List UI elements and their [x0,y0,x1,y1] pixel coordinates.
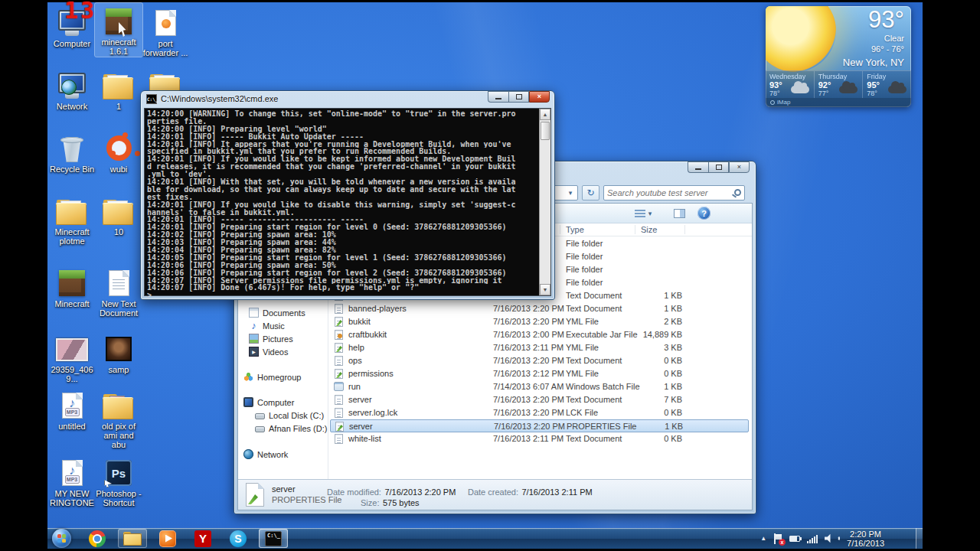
refresh-button[interactable]: ↻ [582,185,599,201]
minimize-button[interactable] [688,161,708,173]
minimize-button[interactable] [488,91,508,103]
console-line: 14:20:01 [INFO] If you would like to be … [147,155,537,163]
close-button[interactable]: × [729,161,750,173]
sidebar-item-local-disk-c[interactable]: Local Disk (C:) [238,409,328,422]
maximize-button[interactable] [708,161,729,173]
sidebar-item-computer[interactable]: Computer [238,396,328,409]
storm-cloud-icon [839,86,858,93]
file-row-server-properties-selected[interactable]: server7/16/2013 2:20 PMPROPERTIES File1 … [330,419,749,432]
forecast-day[interactable]: Wednesday 93° 78° [766,71,815,98]
file-row-help[interactable]: help7/16/2013 2:11 PMYML File3 KB [330,341,749,354]
desktop-icon-folder-10[interactable]: 10 [95,193,142,237]
file-row-white-list[interactable]: white-list7/16/2013 2:11 PMText Document… [330,432,749,445]
taskbar-chrome[interactable] [83,529,112,548]
weather-gadget[interactable]: 93° Clear 96° - 76° New York, NY Wednesd… [766,6,911,107]
system-tray: ▲ x 2:20 PM 7/16/2013 [760,528,884,549]
chevron-down-icon[interactable]: ▾ [565,187,576,198]
preview-pane-button[interactable] [672,207,686,220]
icon-label: samp [96,365,142,374]
action-center-icon[interactable]: x [773,533,782,544]
sidebar-item-videos[interactable]: ▶Videos [238,345,328,358]
sidebar-item-documents[interactable]: Documents [238,306,328,319]
column-header-type[interactable]: Type [566,225,584,234]
text-document-icon [109,270,129,296]
help-button[interactable]: ? [697,207,710,220]
start-button[interactable] [52,529,71,548]
desktop-icon-minecraft[interactable]: Minecraft [48,265,96,309]
search-input[interactable] [607,187,729,199]
network-signal-icon[interactable] [807,534,818,543]
sidebar-item-afnan-files-d[interactable]: Afnan Files (D:) [238,422,328,435]
sidebar-item-pictures[interactable]: Pictures [238,332,328,345]
sidebar-item-network[interactable]: Network [238,448,328,461]
battery-icon[interactable] [789,536,800,542]
maximize-button[interactable] [508,91,529,103]
taskbar-yahoo[interactable]: Y [188,529,217,548]
forecast-day[interactable]: Thursday 92° 77° [815,71,864,98]
file-row-run[interactable]: run7/14/2013 6:07 AMWindows Batch File1 … [330,380,749,393]
volume-icon[interactable] [825,534,834,543]
desktop-icon-recycle-bin[interactable]: Recycle Bin [48,130,96,174]
documents-icon [249,308,259,318]
scroll-down-icon[interactable]: ▼ [540,284,550,295]
desktop-icon-minecraft-161[interactable]: minecraft 1.6.1 [95,3,142,57]
scroll-up-icon[interactable]: ▲ [540,109,550,120]
icon-label: Recycle Bin [49,165,95,174]
file-row-ops[interactable]: ops7/16/2013 2:20 PMText Document0 KB [330,354,749,367]
desktop-icon-folder-1[interactable]: 1 [95,67,142,112]
desktop-icon-port-forwarder[interactable]: port forwarder ... [142,5,189,58]
cmd-icon: C:\_ [265,531,282,546]
computer-icon [243,397,253,407]
taskbar-clock[interactable]: 2:20 PM 7/16/2013 [847,530,884,548]
desktop-icon-new-text-document[interactable]: New Text Document [95,265,142,318]
desktop-icon-network[interactable]: Network [48,67,96,112]
desktop-icon-my-new-ringtone[interactable]: ♪MP3 MY NEW RINGTONE [48,455,96,508]
console-line: 14:20:01 [INFO] ----- Bukkit Auto Update… [147,133,537,141]
taskbar-cmd[interactable]: C:\_ [259,529,288,548]
music-note-icon: ♪ [249,321,259,331]
icon-label: wubi [96,165,142,174]
views-button[interactable]: ▾ [629,207,657,220]
yml-file-icon [335,343,343,353]
taskbar-explorer[interactable] [118,529,147,548]
show-hidden-icons-button[interactable]: ▲ [760,535,766,542]
cmd-window[interactable]: C:\_ C:\Windows\system32\cmd.exe × 14:20… [140,90,555,300]
console-output[interactable]: 14:20:00 [WARNING] To change this, set "… [144,108,551,296]
file-row-craftbukkit[interactable]: craftbukkit7/16/2013 2:00 PMExecutable J… [330,328,749,341]
file-row-bukkit[interactable]: bukkit7/16/2013 2:20 PMYML File2 KB [330,315,749,328]
videos-icon: ▶ [249,347,259,357]
desktop-icon-29359-image[interactable]: 29359_4069... [48,331,96,384]
desktop-icon-wubi[interactable]: wubi [95,130,142,174]
column-header-size[interactable]: Size [641,225,657,234]
sidebar-item-music[interactable]: ♪Music [238,319,328,332]
lck-file-icon [335,408,343,418]
desktop-icon-samp[interactable]: samp [95,331,142,375]
console-line: perties file. [147,118,537,126]
provider-icon [770,100,775,105]
file-row-banned-players[interactable]: banned-players7/16/2013 2:20 PMText Docu… [330,302,749,315]
cmd-titlebar[interactable]: C:\_ C:\Windows\system32\cmd.exe × [141,91,554,108]
scrollbar-thumb[interactable] [541,122,550,140]
taskbar-media-player[interactable] [153,529,182,548]
close-button[interactable]: × [529,91,550,103]
ubuntu-icon [106,135,132,161]
cmd-icon: C:\_ [146,94,157,104]
taskbar-skype[interactable]: S [224,529,253,548]
sidebar-item-homegroup[interactable]: Homegroup [238,370,328,383]
desktop-icon-photoshop-shortcut[interactable]: Ps Photoshop - Shortcut [95,455,142,508]
file-row-server-log-lck[interactable]: server.log.lck7/16/2013 2:20 PMLCK File0… [330,406,749,419]
desktop-icon-untitled-mp3[interactable]: ♪MP3 untitled [48,387,96,432]
file-row-server-log[interactable]: server7/16/2013 2:20 PMText Document7 KB [330,393,749,406]
desktop-icon-minecraft-plotme[interactable]: Minecraft plotme [48,193,96,246]
search-box[interactable] [603,185,745,201]
photoshop-icon: Ps [106,460,132,486]
hard-drive-icon [255,413,265,419]
show-desktop-button[interactable] [916,528,923,549]
console-line: 14:20:01 [INFO] With that set, you will … [147,178,537,186]
file-row-permissions[interactable]: permissions7/16/2013 2:12 PMYML File0 KB [330,367,749,380]
icon-label: New Text Document [96,299,142,318]
desktop-icon-old-pix-folder[interactable]: old pix of ami and abu [95,387,142,450]
forecast-day[interactable]: Friday 95° 78° [863,71,911,98]
scrollbar[interactable]: ▲ ▼ [539,109,550,295]
folder-icon [103,74,135,99]
